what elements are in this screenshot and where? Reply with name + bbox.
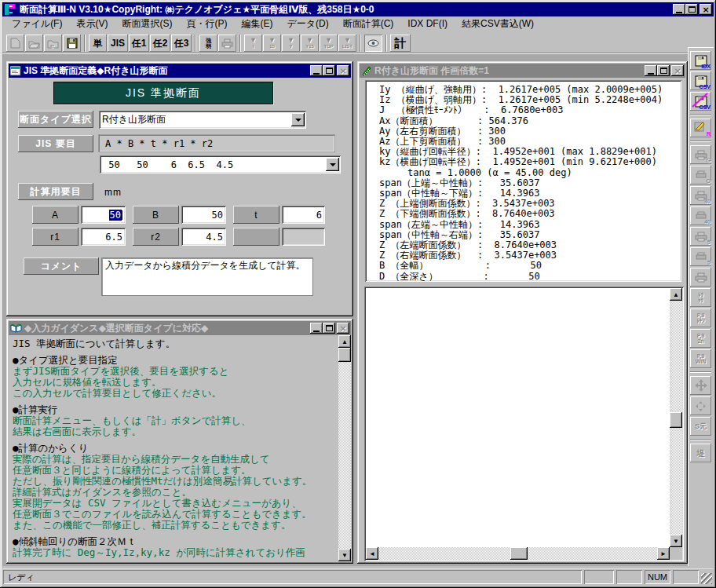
save-button[interactable]: [63, 35, 81, 52]
drawing-scroll-up-button[interactable]: ▲: [670, 288, 682, 301]
jis-section-button[interactable]: JIS: [108, 35, 128, 52]
jis-minimize-button[interactable]: [310, 65, 323, 76]
result-line: kz（横曲げ回転半径）: 1.4952e+001 (min 9.6217e+00…: [379, 157, 678, 167]
status-message: レディ: [3, 570, 582, 584]
section-type-label: 断面タイプ選択: [18, 111, 93, 128]
print-plain-button: [690, 268, 711, 287]
field-r1-input[interactable]: 6.5: [81, 228, 126, 246]
printer-gray-icon: [695, 150, 707, 160]
result-line: Z （下端側断面係数）: 8.7640e+003: [379, 209, 678, 219]
field-b-input[interactable]: 50: [181, 206, 226, 224]
png-touch-button: P,9 ﾄﾁﾝ: [690, 309, 711, 327]
comment-box[interactable]: 入力データから線積分データを生成して計算。: [101, 257, 313, 296]
field-t-input[interactable]: 6: [282, 206, 325, 224]
section-drawing: 1 2 3 4 5 6 7 8 9 R=6.5: [366, 288, 670, 547]
drawing-scroll-down-button[interactable]: ▼: [670, 535, 682, 547]
menu-item[interactable]: 表示(V): [70, 16, 115, 33]
close-button[interactable]: ×: [700, 4, 712, 15]
field-blank-label: [233, 228, 279, 246]
guidance-line: ●タイプ選択と要目指定: [13, 355, 334, 366]
jis-dimensions-dropdown-button[interactable]: [326, 158, 339, 171]
drawing-hscrollbar-thumb[interactable]: [510, 547, 528, 560]
guidance-minimize-button[interactable]: [310, 323, 323, 334]
menu-item[interactable]: 編集(E): [235, 16, 280, 33]
status-num-indicator: NUM: [645, 570, 670, 584]
menu-item[interactable]: 断面選択(S): [115, 16, 180, 33]
drawing-panel: 1 2 3 4 5 6 7 8 9 R=6.5: [364, 287, 684, 561]
menu-item[interactable]: データ(D): [280, 16, 336, 33]
menu-item[interactable]: ファイル(F): [5, 16, 70, 33]
calc-youmoku-label: 計算用要目: [18, 183, 93, 200]
guidance-line: 実際の計算は、指定要目から線積分データを自動生成して: [13, 454, 334, 465]
guidance-line: [13, 399, 334, 404]
csv-cancel-button[interactable]: CSV: [690, 92, 711, 111]
section-view-button: ▼Y15: [301, 35, 319, 52]
png-2n-button: P,9 2n: [690, 329, 711, 348]
field-r2-input[interactable]: 4.5: [181, 228, 226, 246]
jis-dimensions-combobox[interactable]: 50 50 6 6.5 4.5: [100, 155, 341, 173]
jis-maximize-button[interactable]: [323, 65, 335, 76]
printer-gray-icon: [696, 252, 707, 261]
view-toggle-button[interactable]: [364, 35, 382, 52]
menu-item[interactable]: 断面計算(C): [337, 16, 402, 33]
brush-icon: [694, 122, 707, 134]
guidance-scroll-up-button[interactable]: ▲: [338, 335, 351, 348]
save-idx-button[interactable]: IDX: [690, 51, 711, 70]
drawing-maximize-button[interactable]: [657, 65, 670, 76]
drawing-window-title: R付き山形断面 作画倍数=1: [374, 64, 642, 78]
guidance-scrollbar-thumb[interactable]: [338, 348, 351, 362]
section-view-button: ▼TOP: [320, 35, 338, 52]
drawing-scroll-left-button[interactable]: ◄: [366, 547, 378, 560]
jis-definition-window: JIS 準拠断面定義◆R付き山形断面 × JIS 準拠断面 断面タイプ選択 R付…: [6, 61, 353, 316]
arbitrary-section-3-button[interactable]: 任3: [171, 35, 192, 52]
arbitrary-section-1-button[interactable]: 任1: [129, 35, 149, 52]
strong-weak-axis-button[interactable]: 強 弱: [199, 35, 217, 52]
open-folder-icon: [28, 38, 40, 49]
bank-button: 堤: [690, 444, 711, 462]
guidance-maximize-button[interactable]: [323, 323, 335, 334]
single-section-button[interactable]: 単: [89, 35, 107, 52]
move-view-button: [690, 376, 711, 395]
resize-grip[interactable]: [701, 573, 712, 584]
print-g-button: G: [690, 166, 711, 184]
menu-item[interactable]: 頁・行(P): [180, 16, 235, 33]
toolbar-separator: [360, 35, 361, 52]
calculate-button[interactable]: 計: [390, 35, 411, 52]
printer-gray-icon: [695, 232, 707, 242]
guidance-scroll-down-button[interactable]: ▼: [338, 549, 351, 561]
new-file-button: [6, 35, 24, 52]
toolbar-separator: [239, 35, 241, 52]
section-type-dropdown-button[interactable]: [291, 113, 305, 126]
result-line: D （全深さ） : 50: [379, 272, 678, 282]
menu-item[interactable]: IDX DF(I): [401, 16, 455, 31]
result-line: B （全幅） : 50: [379, 261, 678, 271]
drawing-minimize-button[interactable]: [645, 65, 657, 76]
printer-icon: [221, 38, 233, 49]
print-40-list-button: 40: [690, 186, 711, 205]
drawing-window: R付き山形断面 作画倍数=1 × Iy （縦曲げ、強軸用）: 1.2617e+0…: [357, 61, 688, 564]
maximize-button[interactable]: [685, 4, 698, 15]
print-g-list-button: G: [690, 145, 711, 164]
field-b-label: B: [133, 206, 179, 224]
guidance-text: JIS 準拠断面について計算します。●タイプ選択と要目指定まずJIS断面タイプを…: [13, 338, 334, 560]
arbitrary-section-2-button[interactable]: 任2: [150, 35, 170, 52]
result-line: J （極慣性ﾓｰﾒﾝﾄ） : 6.7680e+003: [379, 105, 678, 115]
results-panel: Iy （縦曲げ、強軸用）: 1.2617e+005 (max 2.0009e+0…: [365, 80, 681, 282]
guidance-line: まずJIS断面タイプを選択後、要目を選択すると: [13, 366, 334, 377]
save-csv-button[interactable]: CSV: [690, 71, 711, 90]
redraw-brush-button[interactable]: R: [690, 119, 711, 137]
drawing-scroll-right-button[interactable]: ►: [657, 547, 670, 560]
field-a-input[interactable]: 50: [81, 206, 126, 224]
guidance-line: ●計算実行: [13, 404, 334, 415]
field-a-label: A: [32, 206, 79, 224]
main-toolbar: ｻﾁ 単 JIS 任1 任2 任3 強 弱 ▼I ▼15 ▼Y ▼Y15: [2, 32, 688, 54]
menu-item[interactable]: 結果CSV書込(W): [455, 16, 542, 33]
jis-close-button: ×: [337, 65, 349, 76]
guidance-scrollbar-track[interactable]: [338, 335, 351, 561]
section-type-combobox[interactable]: R付き山形断面: [99, 111, 306, 129]
section-view-button: ▼15: [263, 35, 281, 52]
section-view-button: ▼LIST: [338, 35, 356, 52]
open-file-button: [25, 35, 43, 52]
minimize-button[interactable]: [673, 4, 685, 15]
drawing-vscrollbar-thumb[interactable]: [670, 412, 682, 428]
